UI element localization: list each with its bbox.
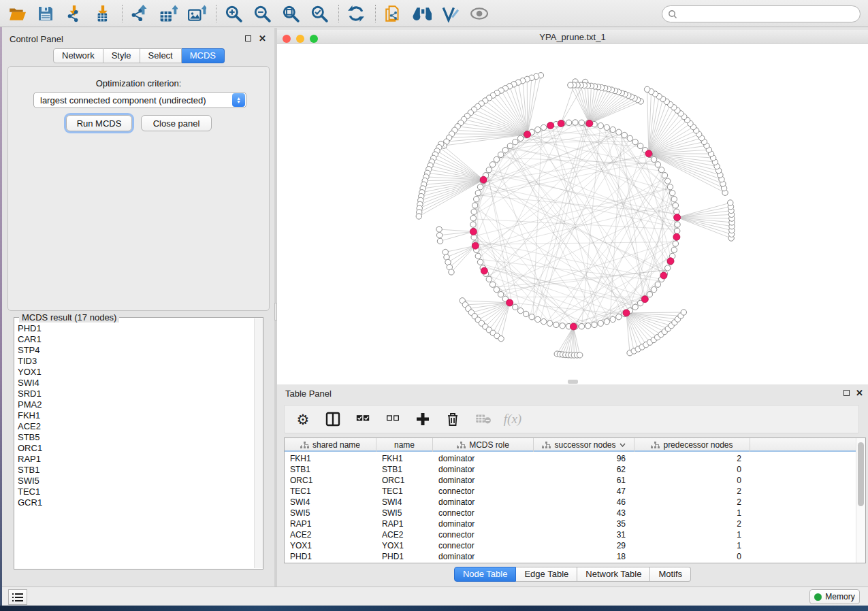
cell-role[interactable]: connector [433, 540, 534, 551]
result-node-item[interactable]: RAP1 [18, 454, 254, 465]
add-column-button[interactable] [414, 410, 432, 428]
table-row[interactable]: RAP1RAP1dominator352 [285, 518, 856, 529]
cell-pred[interactable]: 1 [634, 529, 750, 540]
cell-role[interactable]: connector [433, 508, 534, 518]
result-node-item[interactable]: ACE2 [18, 421, 254, 432]
cell-succ[interactable]: 35 [534, 518, 634, 529]
search-input[interactable] [680, 7, 860, 21]
result-node-item[interactable]: STB1 [18, 465, 254, 476]
cell-name[interactable]: ORC1 [376, 475, 433, 486]
cell-role[interactable]: connector [433, 529, 534, 540]
table-row[interactable]: ORC1ORC1dominator610 [285, 475, 856, 486]
cell-name[interactable]: FKH1 [376, 453, 433, 464]
cell-role[interactable]: dominator [433, 518, 534, 529]
result-node-item[interactable]: PMA2 [18, 399, 254, 410]
table-row[interactable]: STB1STB1dominator620 [285, 464, 856, 475]
export-network-button[interactable] [127, 2, 152, 25]
result-node-item[interactable]: TID3 [18, 356, 254, 367]
result-node-item[interactable]: SWI5 [18, 476, 254, 486]
close-panel-icon[interactable]: ✕ [259, 35, 266, 42]
result-scrollbar[interactable] [254, 318, 263, 568]
table-row[interactable]: PHD1PHD1dominator180 [285, 551, 856, 562]
tab-style[interactable]: Style [103, 48, 140, 63]
cell-pred[interactable]: 2 [634, 518, 750, 529]
tab-edge-table[interactable]: Edge Table [516, 567, 577, 582]
cell-succ[interactable]: 47 [534, 486, 634, 497]
horizontal-splitter-grip[interactable] [568, 380, 578, 384]
network-canvas[interactable] [277, 44, 868, 384]
tab-network-table[interactable]: Network Table [577, 567, 650, 582]
binoculars-search-button[interactable] [409, 2, 434, 25]
result-node-item[interactable]: FKH1 [18, 410, 254, 421]
result-node-item[interactable]: STB5 [18, 432, 254, 443]
table-row[interactable]: SWI5SWI5connector431 [285, 508, 856, 518]
cell-pred[interactable]: 0 [634, 464, 750, 475]
cell-role[interactable]: dominator [433, 475, 534, 486]
result-node-item[interactable]: PHD1 [18, 323, 254, 334]
column-header-successor-nodes[interactable]: successor nodes [534, 438, 634, 452]
result-node-item[interactable]: STP4 [18, 345, 254, 356]
result-node-item[interactable]: SRD1 [18, 389, 254, 399]
deselect-all-button[interactable] [384, 410, 402, 428]
select-all-check-button[interactable] [354, 410, 372, 428]
cell-name[interactable]: STB1 [376, 464, 433, 475]
search-box[interactable] [662, 5, 861, 22]
cell-name[interactable]: ACE2 [376, 529, 433, 540]
cell-name[interactable]: RAP1 [376, 518, 433, 529]
float-table-panel-icon[interactable] [843, 390, 850, 396]
cell-role[interactable]: dominator [433, 464, 534, 475]
cell-shared[interactable]: SWI4 [285, 497, 376, 508]
cell-role[interactable]: dominator [433, 453, 534, 464]
result-node-item[interactable]: CAR1 [18, 334, 254, 345]
memory-button[interactable]: Memory [809, 589, 860, 604]
refresh-button[interactable] [344, 2, 368, 25]
cell-shared[interactable]: RAP1 [285, 518, 376, 529]
tab-node-table[interactable]: Node Table [454, 567, 517, 582]
close-table-panel-icon[interactable]: ✕ [856, 390, 863, 397]
cell-shared[interactable]: SWI5 [285, 508, 376, 518]
network-window-titlebar[interactable]: YPA_prune.txt_1 [277, 30, 868, 44]
table-row[interactable]: YOX1YOX1connector291 [285, 540, 856, 551]
tab-network[interactable]: Network [53, 48, 103, 63]
table-row[interactable]: FKH1FKH1dominator962 [285, 453, 856, 464]
table-row[interactable]: SWI4SWI4dominator462 [285, 497, 856, 508]
optimization-criterion-select[interactable]: largest connected component (undirected)… [33, 92, 246, 108]
cell-pred[interactable]: 2 [634, 453, 750, 464]
float-panel-icon[interactable] [245, 35, 251, 42]
column-header-shared-name[interactable]: shared name [285, 438, 376, 452]
cell-succ[interactable]: 18 [534, 551, 634, 562]
tab-mcds[interactable]: MCDS [182, 48, 225, 63]
cell-name[interactable]: PHD1 [376, 551, 433, 562]
cell-shared[interactable]: TEC1 [285, 486, 376, 497]
cell-pred[interactable]: 1 [634, 508, 750, 518]
cell-succ[interactable]: 43 [534, 508, 634, 518]
cell-succ[interactable]: 31 [534, 529, 634, 540]
cell-succ[interactable]: 96 [534, 453, 634, 464]
cell-shared[interactable]: FKH1 [285, 453, 376, 464]
export-image-button[interactable] [184, 2, 209, 25]
zoom-out-button[interactable] [250, 2, 274, 25]
task-history-button[interactable] [8, 589, 27, 605]
cell-name[interactable]: SWI4 [376, 497, 433, 508]
cell-role[interactable]: connector [433, 486, 534, 497]
import-network-button[interactable] [62, 2, 86, 25]
save-session-button[interactable] [33, 2, 58, 25]
cell-shared[interactable]: STB1 [285, 464, 376, 475]
import-table-button[interactable] [91, 2, 115, 25]
cell-shared[interactable]: YOX1 [285, 540, 376, 551]
gear-button[interactable]: ⚙ [294, 410, 312, 428]
column-chooser-button[interactable] [324, 410, 342, 428]
eye-button[interactable] [466, 2, 491, 25]
cell-shared[interactable]: ORC1 [285, 475, 376, 486]
export-table-button[interactable] [156, 2, 180, 25]
cell-pred[interactable]: 2 [634, 497, 750, 508]
cell-pred[interactable]: 1 [634, 540, 750, 551]
column-header-MCDS-role[interactable]: MCDS role [433, 438, 534, 452]
result-node-item[interactable]: YOX1 [18, 367, 254, 378]
zoom-selected-region-button[interactable] [307, 2, 332, 25]
style-visibility-button[interactable] [438, 2, 462, 25]
cell-shared[interactable]: PHD1 [285, 551, 376, 562]
cell-shared[interactable]: ACE2 [285, 529, 376, 540]
result-node-item[interactable]: ORC1 [18, 443, 254, 454]
zoom-fit-button[interactable] [278, 2, 303, 25]
